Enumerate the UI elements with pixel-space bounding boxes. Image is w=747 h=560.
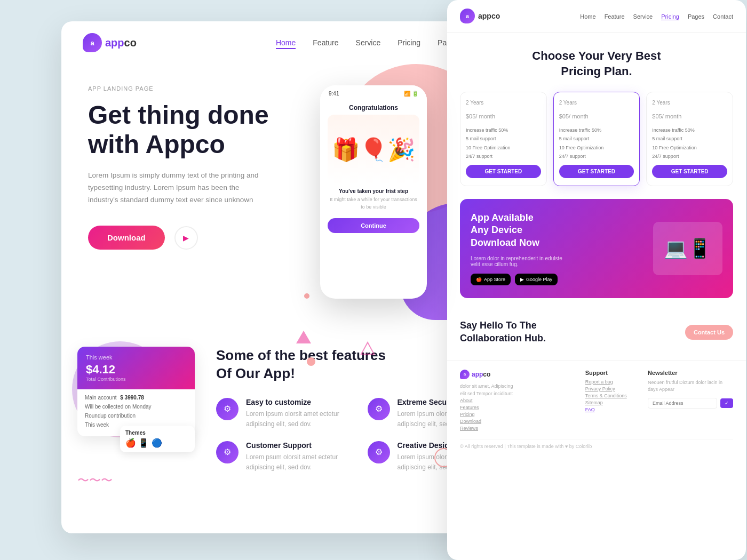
back-footer: a appco dolor sit amet, Adipiscing elit … xyxy=(447,361,746,458)
pricing-title: Choose Your Very Best Pricing Plan. xyxy=(460,49,733,79)
pricing-cards: 2 Years $05/ month Increase traffic 50%5… xyxy=(460,92,733,186)
back-nav-list: Home Feature Service Pricing Pages Conta… xyxy=(580,11,733,21)
back-card: a appco Home Feature Service Pricing Pag… xyxy=(447,0,746,560)
footer-copyright: © All rights reserved | This template is… xyxy=(460,439,733,449)
pricing-features-1: Increase traffic 50%5 mail support10 Fre… xyxy=(466,126,541,161)
footer-spacer xyxy=(522,370,578,433)
footer-grid: a appco dolor sit amet, Adipiscing elit … xyxy=(460,370,733,433)
pricing-btn-3[interactable]: GET STARTED xyxy=(652,165,727,178)
pricing-period-2: 2 Years xyxy=(559,100,634,106)
triangle-outline-decoration xyxy=(360,341,375,358)
dashboard-header: This week $4.12 Total Contributions xyxy=(77,347,195,389)
nav-item-service[interactable]: Service xyxy=(356,38,381,47)
hello-title: Say Hello To The Collaboration Hub. xyxy=(460,319,546,345)
footer-link-privacy[interactable]: Privacy Policy xyxy=(585,386,641,391)
phone-continue-button[interactable]: Continue xyxy=(328,218,419,233)
footer-newsletter-form: ✓ xyxy=(648,398,733,409)
back-nav-contact[interactable]: Contact xyxy=(713,11,733,21)
nav-item-home[interactable]: Home xyxy=(276,38,296,47)
footer-link-reviews[interactable]: Reviews xyxy=(460,426,516,431)
back-nav-home[interactable]: Home xyxy=(580,11,595,21)
newsletter-submit-button[interactable]: ✓ xyxy=(720,398,733,408)
feature-icon-1: ⚙ xyxy=(216,398,239,420)
hello-title-text: Say Hello To The Collaboration Hub. xyxy=(460,319,546,345)
apple-icon: 🍎 xyxy=(476,277,482,282)
pricing-card-3: 2 Years $05/ month Increase traffic 50%5… xyxy=(646,92,733,186)
logo[interactable]: a appco xyxy=(83,33,137,52)
app-banner-visual: 💻📱 xyxy=(653,222,722,275)
pricing-period-1: 2 Years xyxy=(466,100,541,106)
footer-link-pricing[interactable]: Pricing xyxy=(460,412,516,417)
feature-icon-2: ⚙ xyxy=(368,398,390,420)
play-button[interactable]: ▶ xyxy=(174,226,198,250)
nav-link-feature[interactable]: Feature xyxy=(313,38,338,47)
app-banner-title: App Available Any Device Download Now xyxy=(471,212,567,249)
dashboard-area: This week $4.12 Total Contributions Main… xyxy=(77,347,200,436)
phone-emoji: 🎁🎈🎉 xyxy=(328,115,419,184)
feature-title-1: Easy to customize xyxy=(246,398,356,406)
apple-store-button[interactable]: 🍎 App Store xyxy=(471,274,511,285)
pricing-period-3: 2 Years xyxy=(652,100,727,106)
footer-link-about[interactable]: About xyxy=(460,398,516,403)
dashboard-collect-note: Will be collected on Monday xyxy=(85,404,187,410)
back-nav-service[interactable]: Service xyxy=(633,11,653,21)
footer-about-col: a appco dolor sit amet, Adipiscing elit … xyxy=(460,370,516,433)
dashboard-week: This week xyxy=(86,354,186,361)
back-nav-pages[interactable]: Pages xyxy=(688,11,704,21)
phone-step-title: You've taken your frist step xyxy=(328,188,419,194)
store-buttons: 🍎 App Store ▶ Google Play xyxy=(471,274,567,285)
footer-link-terms[interactable]: Terms & Conditions xyxy=(585,393,641,398)
nav-item-feature[interactable]: Feature xyxy=(313,38,338,47)
footer-support-title: Support xyxy=(585,370,641,376)
phone-mockup: 9:41 📶 🔋 Congratulations 🎁🎈🎉 You've take… xyxy=(320,85,427,299)
hello-section: Say Hello To The Collaboration Hub. Cont… xyxy=(447,309,746,355)
download-button[interactable]: Download xyxy=(88,226,165,250)
feature-title-3: Customer Support xyxy=(246,441,356,450)
footer-newsletter-col: Newsletter Neouen frutful Dictum dolor l… xyxy=(648,370,733,433)
feature-item-3: ⚙ Customer Support Lorem psum olorsit am… xyxy=(216,441,356,473)
pricing-card-1: 2 Years $05/ month Increase traffic 50%5… xyxy=(460,92,547,186)
dashboard-card: This week $4.12 Total Contributions Main… xyxy=(77,347,195,436)
phone-icons: 📶 🔋 xyxy=(404,91,418,97)
nav-link-home[interactable]: Home xyxy=(276,38,296,49)
hero-description: Lorem Ipsum is simply dummy text of the … xyxy=(88,170,269,206)
footer-newsletter-desc: Neouen frutful Dictum dolor lacin in day… xyxy=(648,379,733,394)
logo-icon: a xyxy=(83,33,102,52)
logo-text: appco xyxy=(105,37,137,49)
google-play-icon: ▶ xyxy=(520,277,524,282)
footer-link-features[interactable]: Features xyxy=(460,405,516,410)
zigzag-decoration: 〜〜〜 xyxy=(77,473,113,489)
footer-link-sitemap[interactable]: Sitemap xyxy=(585,400,641,405)
newsletter-input[interactable] xyxy=(648,398,717,409)
feature-text-1: Easy to customize Lorem ipsum olorsit am… xyxy=(246,398,356,429)
back-logo-text: appco xyxy=(478,12,500,20)
themes-title: Themes xyxy=(125,430,189,436)
feature-icon-3: ⚙ xyxy=(216,441,239,463)
back-navigation: a appco Home Feature Service Pricing Pag… xyxy=(447,0,746,33)
nav-link-service[interactable]: Service xyxy=(356,38,381,47)
app-banner-content: App Available Any Device Download Now Lo… xyxy=(471,212,567,285)
footer-link-report[interactable]: Report a bug xyxy=(585,379,641,385)
app-banner: App Available Any Device Download Now Lo… xyxy=(460,199,733,298)
dot-decoration-features xyxy=(307,357,315,366)
pricing-btn-2[interactable]: GET STARTED xyxy=(559,165,634,178)
nav-item-pricing[interactable]: Pricing xyxy=(398,38,420,47)
phone-step-description: It might take a while for your transacti… xyxy=(328,196,419,211)
dot-decoration-2 xyxy=(304,293,309,299)
pricing-section: Choose Your Very Best Pricing Plan. 2 Ye… xyxy=(447,33,746,199)
back-nav-feature[interactable]: Feature xyxy=(605,11,625,21)
app-banner-desc: Lorem dolor in reprehenderit in edulste … xyxy=(471,255,567,267)
footer-support-col: Support Report a bug Privacy Policy Term… xyxy=(585,370,641,433)
back-nav-pricing[interactable]: Pricing xyxy=(661,11,679,21)
feature-icon-4: ⚙ xyxy=(368,441,390,463)
hero-title: Get thing done with Appco xyxy=(88,100,312,159)
themes-card: Themes 🍎 📱 🔵 xyxy=(120,426,195,452)
footer-link-faq[interactable]: FAQ xyxy=(585,407,641,412)
pricing-btn-1[interactable]: GET STARTED xyxy=(466,165,541,178)
contact-us-button[interactable]: Contact Us xyxy=(685,325,733,340)
footer-logo: a appco xyxy=(460,370,516,379)
footer-link-download[interactable]: Download xyxy=(460,419,516,424)
dashboard-amount-label: Total Contributions xyxy=(86,377,186,382)
google-play-button[interactable]: ▶ Google Play xyxy=(515,274,558,285)
nav-link-pricing[interactable]: Pricing xyxy=(398,38,420,47)
